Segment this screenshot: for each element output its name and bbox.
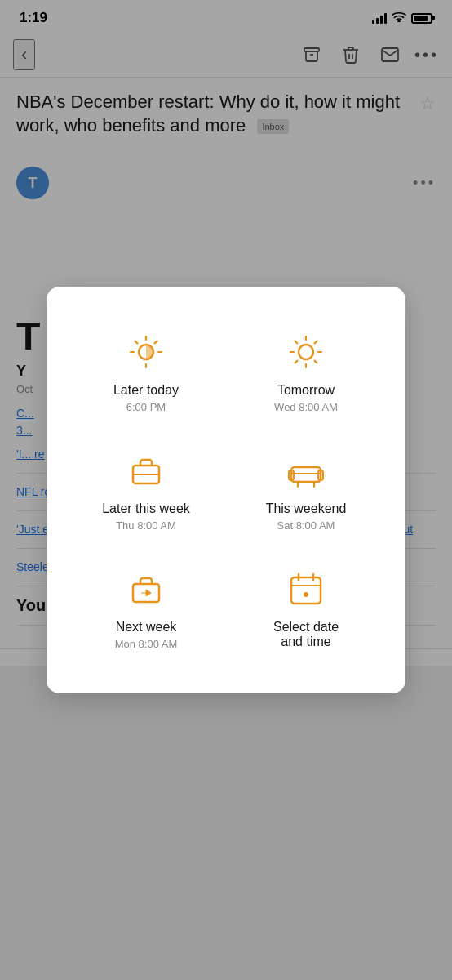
- snooze-tomorrow[interactable]: Tomorrow Wed 8:00 AM: [226, 311, 386, 430]
- snooze-later-week-label: Later this week: [102, 501, 190, 516]
- svg-line-14: [295, 341, 298, 344]
- snooze-tomorrow-time: Wed 8:00 AM: [274, 401, 338, 413]
- snooze-weekend-time: Sat 8:00 AM: [277, 519, 335, 532]
- snooze-later-today-time: 6:00 PM: [126, 401, 166, 413]
- snooze-later-week[interactable]: Later this week Thu 8:00 AM: [66, 430, 226, 548]
- snooze-weekend-label: This weekend: [266, 501, 347, 516]
- svg-line-15: [315, 341, 317, 344]
- svg-rect-26: [291, 577, 321, 604]
- snooze-later-today-label: Later today: [113, 383, 179, 398]
- snooze-next-week-label: Next week: [116, 620, 177, 635]
- snooze-next-week-time: Mon 8:00 AM: [115, 638, 178, 650]
- snooze-later-today[interactable]: Later today 6:00 PM: [66, 311, 226, 430]
- snooze-modal: Later today 6:00 PM Tomorrow Wed 8:: [47, 287, 405, 693]
- svg-line-17: [315, 361, 317, 363]
- snooze-later-week-time: Thu 8:00 AM: [116, 519, 176, 532]
- svg-line-8: [155, 341, 157, 344]
- snooze-grid: Later today 6:00 PM Tomorrow Wed 8:: [66, 311, 386, 669]
- svg-point-9: [299, 345, 313, 359]
- svg-line-16: [295, 361, 298, 363]
- svg-point-30: [304, 592, 308, 597]
- svg-line-7: [135, 341, 138, 344]
- snooze-tomorrow-label: Tomorrow: [277, 383, 335, 398]
- snooze-next-week[interactable]: Next week Mon 8:00 AM: [66, 548, 226, 669]
- snooze-weekend[interactable]: This weekend Sat 8:00 AM: [226, 430, 386, 548]
- snooze-select-date[interactable]: Select date and time: [226, 548, 386, 669]
- snooze-select-date-label: Select date and time: [273, 620, 339, 649]
